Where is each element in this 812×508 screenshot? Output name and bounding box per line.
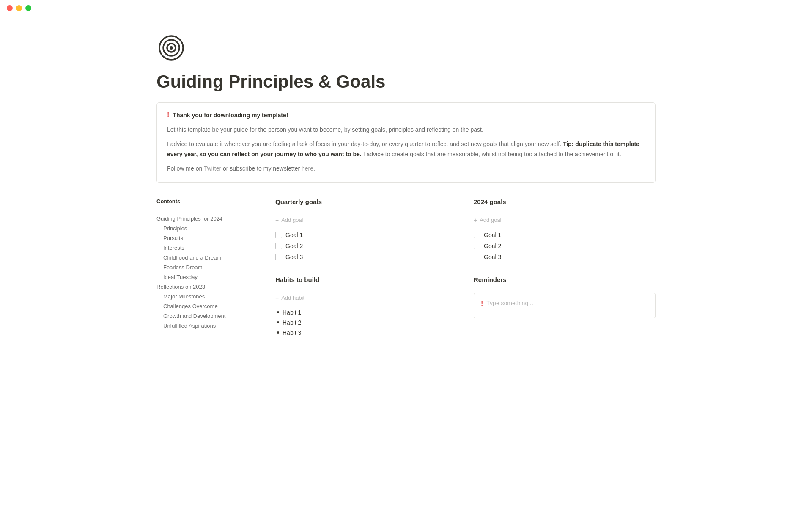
habit-item-2: Habit 3 [275, 328, 440, 338]
info-box-title: Thank you for downloading my template! [173, 112, 288, 119]
habit-bullet-2 [277, 331, 279, 334]
page-title: Guiding Principles & Goals [156, 71, 656, 92]
maximize-button[interactable] [25, 5, 31, 11]
info-body-p2: I advice to evaluate it whenever you are… [167, 139, 645, 160]
add-habit-label: Add habit [281, 295, 304, 301]
nav-item-4[interactable]: Childhood and a Dream [156, 253, 241, 262]
nav-item-10[interactable]: Growth and Development [156, 312, 241, 320]
nav-item-3[interactable]: Interests [156, 243, 241, 252]
info-body-p1: Let this template be your guide for the … [167, 125, 645, 135]
add-quarterly-goal-label: Add goal [281, 217, 303, 223]
page-icon [156, 33, 186, 63]
quarterly-goals-list: Goal 1Goal 2Goal 3 [275, 229, 440, 262]
yearly-goals-column: 2024 goals + Add goal Goal 1Goal 2Goal 3… [457, 198, 656, 351]
minimize-button[interactable] [16, 5, 22, 11]
nav-item-1[interactable]: Principles [156, 224, 241, 233]
yearly-goal-label-1: Goal 2 [484, 243, 501, 249]
close-button[interactable] [7, 5, 13, 11]
yearly-goals-section: 2024 goals + Add goal Goal 1Goal 2Goal 3 [474, 198, 656, 262]
yearly-goal-label-0: Goal 1 [484, 232, 501, 238]
info-body-p2-before: I advice to evaluate it whenever you are… [167, 141, 563, 147]
nav-item-8[interactable]: Major Milestones [156, 292, 241, 301]
quarterly-goals-column: Quarterly goals + Add goal Goal 1Goal 2G… [258, 198, 457, 351]
yearly-goal-item-1: Goal 2 [474, 240, 656, 251]
plus-icon-habit: + [275, 295, 279, 301]
info-box-header: ! Thank you for downloading my template! [167, 111, 645, 119]
quarterly-goal-item-2: Goal 3 [275, 251, 440, 262]
yearly-goals-list: Goal 1Goal 2Goal 3 [474, 229, 656, 262]
info-body-p3-before: Follow me on [167, 165, 204, 172]
reminders-title: Reminders [474, 276, 656, 287]
habit-bullet-0 [277, 311, 279, 313]
nav-item-0[interactable]: Guiding Principles for 2024 [156, 214, 241, 223]
habit-label-1: Habit 2 [283, 319, 301, 326]
add-habit-button[interactable]: + Add habit [275, 293, 440, 303]
yearly-goal-checkbox-1[interactable] [474, 243, 480, 249]
habits-list: Habit 1Habit 2Habit 3 [275, 307, 440, 338]
quarterly-goal-checkbox-1[interactable] [275, 243, 282, 249]
nav-item-9[interactable]: Challenges Overcome [156, 302, 241, 311]
twitter-link[interactable]: Twitter [204, 165, 221, 172]
habit-label-0: Habit 1 [283, 309, 301, 316]
quarterly-goal-label-1: Goal 2 [285, 243, 303, 249]
yearly-goal-item-0: Goal 1 [474, 229, 656, 240]
info-box-body: Let this template be your guide for the … [167, 125, 645, 174]
nav-item-6[interactable]: Ideal Tuesday [156, 273, 241, 282]
yearly-goal-checkbox-2[interactable] [474, 254, 480, 260]
plus-icon: + [275, 217, 279, 224]
quarterly-goal-item-1: Goal 2 [275, 240, 440, 251]
add-yearly-goal-label: Add goal [480, 217, 501, 223]
contents-header: Contents [156, 198, 241, 208]
habit-item-1: Habit 2 [275, 318, 440, 328]
info-box: ! Thank you for downloading my template!… [156, 102, 656, 182]
info-body-p2-after: I advice to create goals that are measur… [362, 151, 621, 157]
quarterly-goal-checkbox-2[interactable] [275, 254, 282, 260]
habit-bullet-1 [277, 321, 279, 323]
habits-title: Habits to build [275, 276, 440, 287]
contents-column: Contents Guiding Principles for 2024Prin… [156, 198, 258, 351]
nav-item-11[interactable]: Unfulfilled Aspirations [156, 321, 241, 330]
habits-section: Habits to build + Add habit Habit 1Habit… [275, 276, 440, 338]
habit-label-2: Habit 3 [283, 329, 301, 336]
nav-item-2[interactable]: Pursuits [156, 234, 241, 243]
plus-icon-yearly: + [474, 217, 477, 224]
svg-point-3 [170, 46, 173, 50]
habit-item-0: Habit 1 [275, 307, 440, 318]
quarterly-goal-label-2: Goal 3 [285, 254, 303, 260]
newsletter-link[interactable]: here [302, 165, 313, 172]
nav-item-5[interactable]: Fearless Dream [156, 263, 241, 272]
info-body-p3-between: or subscribe to my newsletter [221, 165, 302, 172]
reminder-placeholder-text: Type something... [486, 299, 533, 308]
yearly-goal-item-2: Goal 3 [474, 251, 656, 262]
main-content: Guiding Principles & Goals ! Thank you f… [131, 16, 681, 377]
yearly-goal-checkbox-0[interactable] [474, 232, 480, 238]
exclamation-icon: ! [167, 111, 169, 119]
quarterly-goals-title: Quarterly goals [275, 198, 440, 209]
quarterly-goals-section: Quarterly goals + Add goal Goal 1Goal 2G… [275, 198, 440, 262]
three-col-layout: Contents Guiding Principles for 2024Prin… [156, 198, 656, 351]
info-body-p3-after: . [313, 165, 315, 172]
reminders-section: Reminders ! Type something... [474, 276, 656, 318]
quarterly-goal-label-0: Goal 1 [285, 232, 303, 238]
add-yearly-goal-button[interactable]: + Add goal [474, 215, 656, 225]
yearly-goals-title: 2024 goals [474, 198, 656, 209]
contents-nav: Guiding Principles for 2024PrinciplesPur… [156, 214, 241, 330]
quarterly-goal-checkbox-0[interactable] [275, 232, 282, 238]
add-quarterly-goal-button[interactable]: + Add goal [275, 215, 440, 225]
info-body-p3: Follow me on Twitter or subscribe to my … [167, 164, 645, 174]
yearly-goal-label-2: Goal 3 [484, 254, 501, 260]
quarterly-goal-item-0: Goal 1 [275, 229, 440, 240]
reminders-input-box[interactable]: ! Type something... [474, 293, 656, 318]
reminder-exclamation-icon: ! [481, 299, 483, 309]
titlebar [0, 0, 812, 16]
nav-item-7[interactable]: Reflections on 2023 [156, 282, 241, 291]
